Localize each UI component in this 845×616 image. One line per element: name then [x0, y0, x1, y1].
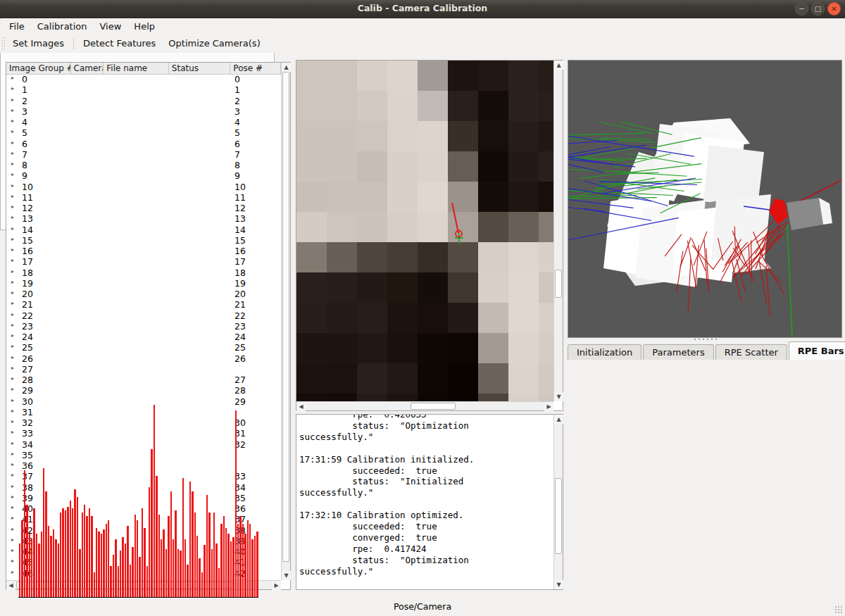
expand-triangle-icon[interactable]: ▸: [11, 107, 14, 113]
scroll-up-icon[interactable]: ▲: [554, 61, 563, 70]
expand-triangle-icon[interactable]: ▸: [11, 451, 14, 457]
expand-triangle-icon[interactable]: ▸: [11, 246, 14, 253]
table-row[interactable]: ▸66: [6, 139, 281, 150]
expand-triangle-icon[interactable]: ▸: [11, 150, 14, 156]
table-row[interactable]: ▸27: [6, 365, 281, 375]
table-row[interactable]: ▸2323: [6, 322, 281, 332]
expand-triangle-icon[interactable]: ▸: [11, 547, 14, 553]
expand-triangle-icon[interactable]: ▸: [11, 214, 14, 220]
expand-triangle-icon[interactable]: ▸: [11, 461, 14, 467]
expand-triangle-icon[interactable]: ▸: [11, 289, 14, 296]
expand-triangle-icon[interactable]: ▸: [11, 494, 14, 500]
column-header-4[interactable]: Status: [169, 63, 231, 74]
table-row[interactable]: ▸1010: [6, 182, 281, 193]
expand-triangle-icon[interactable]: ▸: [11, 128, 14, 134]
table-row[interactable]: ▸1616: [6, 246, 281, 257]
expand-triangle-icon[interactable]: ▸: [11, 193, 14, 199]
expand-triangle-icon[interactable]: ▸: [11, 386, 14, 392]
expand-triangle-icon[interactable]: ▸: [11, 279, 14, 285]
scrollbar-thumb[interactable]: [411, 403, 456, 410]
expand-triangle-icon[interactable]: ▸: [11, 397, 14, 403]
expand-triangle-icon[interactable]: ▸: [11, 365, 14, 371]
title-bar[interactable]: Calib - Camera Calibration − □ ✕: [0, 0, 845, 18]
expand-triangle-icon[interactable]: ▸: [11, 96, 14, 103]
table-row[interactable]: ▸1111: [6, 193, 281, 203]
expand-triangle-icon[interactable]: ▸: [11, 139, 14, 146]
expand-triangle-icon[interactable]: ▸: [11, 322, 14, 328]
expand-triangle-icon[interactable]: ▸: [11, 375, 14, 382]
table-row[interactable]: ▸2626: [6, 354, 281, 365]
zoomed-image-view[interactable]: ▲ ▼ ◀ ▶: [296, 60, 563, 411]
expand-triangle-icon[interactable]: ▸: [11, 225, 14, 232]
image-horizontal-scrollbar[interactable]: ◀ ▶: [296, 401, 553, 410]
expand-triangle-icon[interactable]: ▸: [11, 515, 14, 521]
table-row[interactable]: ▸2222: [6, 311, 281, 322]
scroll-left-icon[interactable]: ◀: [6, 581, 15, 590]
toolbar-drag-handle-icon[interactable]: [1, 37, 6, 51]
expand-triangle-icon[interactable]: ▸: [11, 203, 14, 210]
table-row[interactable]: ▸1414: [6, 225, 281, 236]
table-row[interactable]: ▸11: [6, 85, 281, 96]
expand-triangle-icon[interactable]: ▸: [11, 536, 14, 543]
tab-initialization[interactable]: Initialization: [568, 344, 641, 360]
table-row[interactable]: ▸44: [6, 118, 281, 128]
expand-triangle-icon[interactable]: ▸: [11, 440, 14, 446]
table-row[interactable]: ▸2827: [6, 375, 281, 386]
close-icon[interactable]: ✕: [827, 2, 841, 15]
expand-triangle-icon[interactable]: ▸: [11, 483, 14, 489]
table-row[interactable]: ▸1313: [6, 214, 281, 225]
expand-triangle-icon[interactable]: ▸: [11, 569, 14, 575]
expand-triangle-icon[interactable]: ▸: [11, 182, 14, 189]
toolbar-button-optimize-camera-s-[interactable]: Optimize Camera(s): [162, 35, 266, 51]
table-row[interactable]: ▸2121: [6, 300, 281, 310]
menu-item-help[interactable]: Help: [127, 20, 161, 33]
table-row[interactable]: ▸1515: [6, 236, 281, 246]
menu-item-view[interactable]: View: [94, 20, 128, 33]
scroll-up-icon[interactable]: ▲: [282, 63, 291, 72]
expand-triangle-icon[interactable]: ▸: [11, 408, 14, 414]
expand-triangle-icon[interactable]: ▸: [11, 118, 14, 124]
expand-triangle-icon[interactable]: ▸: [11, 429, 14, 435]
expand-triangle-icon[interactable]: ▸: [11, 300, 14, 306]
expand-triangle-icon[interactable]: ▸: [11, 558, 14, 564]
maximize-icon[interactable]: □: [811, 2, 825, 15]
scroll-down-icon[interactable]: ▼: [554, 392, 563, 401]
table-row[interactable]: ▸2424: [6, 332, 281, 343]
table-row[interactable]: ▸88: [6, 161, 281, 171]
expand-triangle-icon[interactable]: ▸: [11, 236, 14, 242]
log-vertical-scrollbar[interactable]: ▲ ▼: [553, 415, 563, 589]
expand-triangle-icon[interactable]: ▸: [11, 504, 14, 510]
column-header-1[interactable]: Image Group #: [6, 63, 71, 74]
table-row[interactable]: ▸22: [6, 96, 281, 107]
table-row[interactable]: ▸2928: [6, 386, 281, 396]
expand-triangle-icon[interactable]: ▸: [11, 268, 14, 275]
toolbar-button-detect-features[interactable]: Detect Features: [77, 35, 162, 51]
menu-item-file[interactable]: File: [3, 20, 31, 33]
expand-triangle-icon[interactable]: ▸: [11, 472, 14, 478]
table-row[interactable]: ▸00: [6, 75, 281, 85]
tab-rpe-scatter[interactable]: RPE Scatter: [715, 344, 787, 360]
table-row[interactable]: ▸1818: [6, 268, 281, 279]
scroll-right-icon[interactable]: ▶: [272, 581, 281, 590]
menu-item-calibration[interactable]: Calibration: [31, 20, 94, 33]
expand-triangle-icon[interactable]: ▸: [11, 354, 14, 360]
expand-triangle-icon[interactable]: ▸: [11, 332, 14, 339]
column-header-5[interactable]: Pose #: [230, 63, 281, 74]
expand-triangle-icon[interactable]: ▸: [11, 526, 14, 532]
minimize-icon[interactable]: −: [795, 2, 808, 15]
table-row[interactable]: ▸2525: [6, 343, 281, 353]
expand-triangle-icon[interactable]: ▸: [11, 161, 14, 167]
expand-triangle-icon[interactable]: ▸: [11, 85, 14, 92]
image-vertical-scrollbar[interactable]: ▲ ▼: [553, 61, 563, 401]
column-header-2[interactable]: Camera: [71, 63, 104, 74]
resize-grip-icon[interactable]: [834, 605, 843, 614]
scrollbar-thumb[interactable]: [555, 478, 562, 554]
table-row[interactable]: ▸99: [6, 171, 281, 182]
scroll-right-icon[interactable]: ▶: [544, 402, 553, 411]
scroll-down-icon[interactable]: ▼: [282, 571, 291, 580]
table-row[interactable]: ▸55: [6, 128, 281, 139]
splitter-handle-icon[interactable]: [693, 338, 717, 341]
table-vertical-scrollbar[interactable]: ▲ ▼: [281, 63, 290, 580]
table-row[interactable]: ▸1919: [6, 279, 281, 289]
table-row[interactable]: ▸77: [6, 150, 281, 161]
